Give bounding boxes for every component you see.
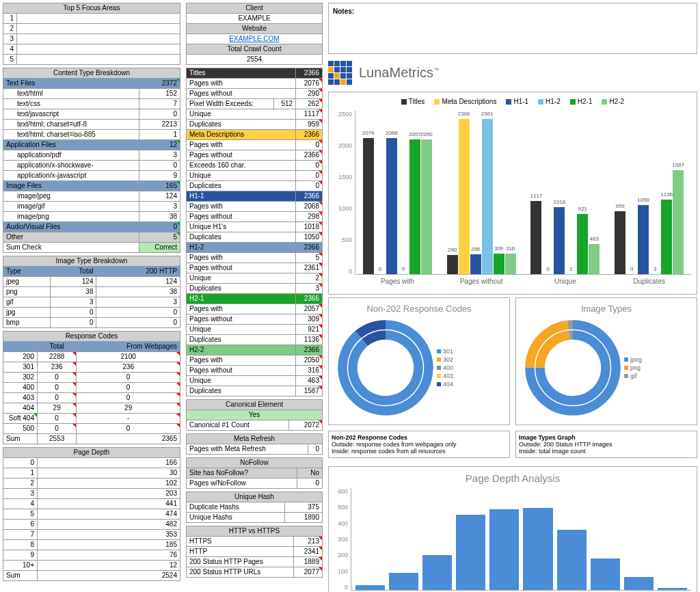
image-type-table: Image Type Breakdown TypeTotal200 HTTP j… [3, 256, 180, 328]
image-donut: Image Types jpegpnggif [515, 297, 697, 425]
https-table: HTTP vs HTTPS HTTPS213HTTP2341200 Status… [186, 526, 323, 578]
content-type-table: Content Type Breakdown Text Files2372tex… [3, 68, 180, 253]
response-donut: Non-202 Response Codes 301302400403404 [328, 297, 510, 425]
focus-areas-header: Top 5 Focus Areas [3, 3, 180, 14]
main-bar-chart: TitlesMeta DescriptionsH1-1H1-2H2-1H2-2 … [328, 92, 697, 295]
logo-panel: LunaMetrics™ [328, 57, 697, 89]
website-link[interactable]: EXAMPLE.COM [187, 34, 323, 44]
notes-label: Notes: [333, 8, 354, 15]
content-type-header: Content Type Breakdown [3, 68, 180, 79]
canonical-table: Canonical Element Yes Canonical #1 Count… [186, 399, 323, 431]
page-depth-table: Page Depth 01661302102320344415474648273… [3, 447, 180, 581]
seo-table: Titles2366Pages with2076Pages without290… [186, 68, 323, 396]
notes-panel[interactable]: Notes: [328, 3, 697, 54]
nofollow-table: NoFollow Site has NoFollow?No Pages w/No… [186, 457, 323, 489]
meta-refresh-table: Meta Refresh Pages with Meta Refresh0 [186, 433, 323, 455]
response-codes-table: Response Codes TotalFrom Webpages 200228… [3, 331, 180, 444]
focus-areas-table: Top 5 Focus Areas 12345 [3, 3, 180, 65]
page-depth-chart: Page Depth Analysis 0100200300400500600 … [328, 466, 697, 592]
unique-hash-table: Unique Hash Duplicate Hashs375 Unique Ha… [186, 492, 323, 523]
client-table: Client EXAMPLE Website EXAMPLE.COM Total… [186, 3, 323, 65]
logo-icon [328, 61, 352, 85]
